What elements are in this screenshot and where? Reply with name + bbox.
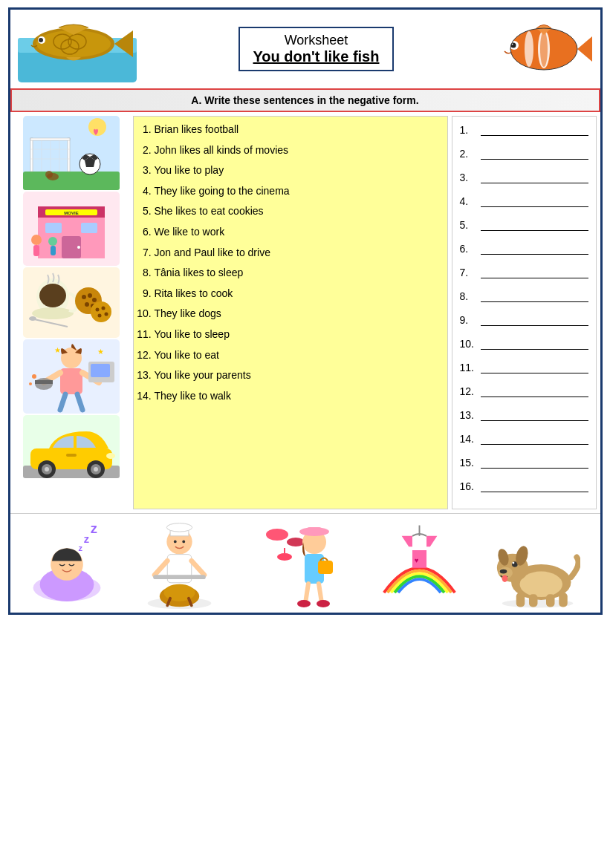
answer-underline[interactable] — [481, 408, 588, 421]
instruction-bar: A. Write these sentences in the negative… — [10, 88, 600, 112]
svg-point-103 — [167, 523, 192, 532]
answer-line: 5. — [460, 218, 588, 231]
answer-line: 14. — [460, 431, 588, 445]
answer-number: 8. — [460, 290, 478, 302]
answer-number: 13. — [460, 409, 478, 421]
sentence-item: Rita likes to cook — [155, 287, 440, 301]
answer-underline[interactable] — [481, 265, 588, 278]
sentence-item: They like to walk — [155, 389, 440, 404]
fish-left-decoration — [18, 16, 137, 82]
answer-number: 1. — [460, 124, 478, 136]
sentence-item: John likes all kinds of movies — [155, 143, 440, 158]
svg-point-125 — [297, 600, 311, 607]
answer-number: 9. — [460, 314, 478, 326]
sentence-item: They like going to the cinema — [155, 184, 440, 199]
answer-underline[interactable] — [481, 123, 588, 136]
svg-point-143 — [502, 575, 507, 582]
svg-point-121 — [277, 553, 292, 561]
svg-point-55 — [29, 316, 36, 321]
svg-rect-44 — [45, 223, 62, 233]
svg-rect-49 — [51, 246, 56, 255]
answer-underline[interactable] — [481, 479, 588, 492]
svg-point-131 — [519, 572, 562, 598]
svg-point-77 — [29, 382, 32, 385]
answer-underline[interactable] — [481, 313, 588, 326]
svg-point-57 — [82, 295, 86, 299]
svg-point-52 — [39, 284, 66, 307]
svg-point-9 — [39, 38, 43, 42]
answer-number: 4. — [460, 195, 478, 207]
sentence-item: You like your parents — [155, 368, 440, 383]
image-football — [19, 116, 123, 190]
answer-number: 12. — [460, 385, 478, 397]
svg-rect-120 — [318, 561, 333, 574]
svg-text:z: z — [91, 521, 97, 536]
svg-rect-139 — [516, 593, 525, 607]
svg-point-105 — [183, 541, 186, 544]
svg-point-63 — [96, 308, 100, 312]
answer-underline[interactable] — [481, 170, 588, 183]
answer-underline[interactable] — [481, 336, 588, 350]
answer-underline[interactable] — [481, 241, 588, 255]
sentence-item: Jon and Paul like to drive — [155, 246, 440, 261]
image-car — [19, 415, 123, 478]
sentence-item: You like to sleep — [155, 327, 440, 342]
svg-rect-22 — [30, 138, 33, 172]
title-box: Worksheet You don't like fish — [239, 27, 395, 71]
svg-point-91 — [94, 467, 98, 471]
sentence-item: We like to work — [155, 225, 440, 240]
svg-line-112 — [192, 561, 204, 575]
image-cookies — [19, 267, 123, 338]
answer-underline[interactable] — [481, 431, 588, 445]
svg-rect-140 — [529, 594, 538, 607]
answer-number: 2. — [460, 148, 478, 160]
svg-point-136 — [512, 562, 514, 564]
answer-underline[interactable] — [481, 194, 588, 207]
answer-line: 4. — [460, 194, 588, 207]
answer-underline[interactable] — [481, 146, 588, 160]
answer-line: 2. — [460, 146, 588, 160]
answer-line: 7. — [460, 265, 588, 278]
answer-line: 16. — [460, 479, 588, 492]
image-cooking: ★ ★ — [19, 339, 123, 414]
answer-underline[interactable] — [481, 384, 588, 397]
svg-point-20 — [88, 118, 106, 136]
svg-marker-14 — [577, 36, 592, 62]
answer-number: 5. — [460, 219, 478, 231]
svg-text:z: z — [79, 544, 83, 552]
sentence-item: They like dogs — [155, 307, 440, 322]
sentence-item: You like to play — [155, 163, 440, 178]
answer-number: 10. — [460, 338, 478, 350]
sentences-column: Brian likes footballJohn likes all kinds… — [133, 116, 448, 509]
svg-rect-21 — [23, 172, 120, 190]
answer-underline[interactable] — [481, 289, 588, 302]
svg-point-13 — [540, 31, 548, 67]
answer-number: 15. — [460, 457, 478, 469]
sentences-list: Brian likes footballJohn likes all kinds… — [141, 123, 440, 403]
svg-rect-80 — [91, 364, 110, 377]
svg-line-123 — [305, 584, 308, 603]
svg-point-12 — [525, 31, 533, 67]
svg-rect-69 — [60, 368, 82, 394]
answer-underline[interactable] — [481, 360, 588, 373]
svg-rect-113 — [153, 575, 206, 579]
answer-number: 16. — [460, 480, 478, 492]
answer-underline[interactable] — [481, 218, 588, 231]
title-main: Worksheet — [253, 33, 380, 48]
svg-text:♥: ♥ — [415, 556, 419, 564]
answer-line: 9. — [460, 313, 588, 326]
svg-rect-141 — [546, 594, 555, 607]
svg-text:z: z — [84, 533, 89, 545]
svg-rect-75 — [35, 380, 53, 384]
answer-line: 8. — [460, 289, 588, 302]
answer-line: 10. — [460, 336, 588, 350]
answer-number: 11. — [460, 362, 478, 373]
answer-underline[interactable] — [481, 455, 588, 469]
svg-point-60 — [85, 302, 89, 307]
sentence-item: Brian likes football — [155, 123, 440, 137]
answer-line: 11. — [460, 360, 588, 373]
svg-point-59 — [92, 298, 97, 302]
instruction-text: A. Write these sentences in the negative… — [191, 94, 418, 106]
answer-line: 3. — [460, 170, 588, 183]
svg-point-58 — [88, 293, 92, 298]
